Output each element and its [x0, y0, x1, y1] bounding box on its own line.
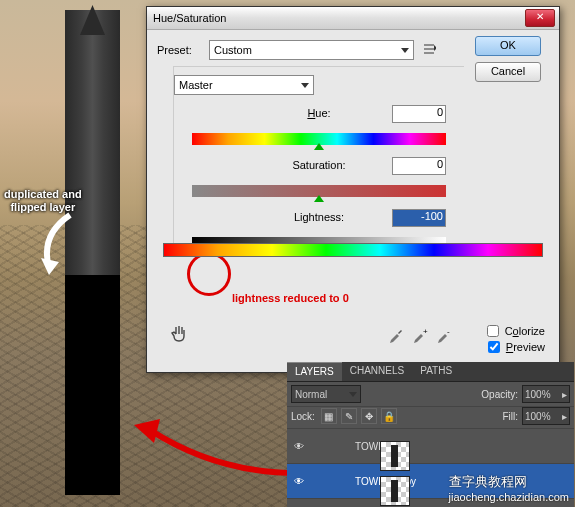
- preset-value: Custom: [214, 44, 252, 56]
- opacity-value: 100%: [525, 389, 551, 400]
- cancel-button[interactable]: Cancel: [475, 62, 541, 82]
- chevron-right-icon: ▸: [562, 389, 567, 400]
- visibility-eye-icon[interactable]: 👁: [287, 476, 311, 487]
- eyedropper-icon[interactable]: [387, 326, 405, 344]
- colorize-check-input[interactable]: [487, 325, 499, 337]
- chevron-down-icon: [349, 392, 357, 397]
- preview-label: Preview: [506, 341, 545, 353]
- lightness-annotation: lightness reduced to 0: [232, 292, 349, 304]
- slider-thumb-icon[interactable]: [314, 143, 324, 150]
- lock-transparency-icon[interactable]: ▦: [321, 408, 337, 424]
- anno-line1: duplicated and: [4, 188, 82, 200]
- preview-check-input[interactable]: [488, 341, 500, 353]
- chevron-right-icon: ▸: [562, 411, 567, 422]
- opacity-label: Opacity:: [481, 389, 518, 400]
- eyedropper-add-icon[interactable]: +: [411, 326, 429, 344]
- chevron-down-icon: [301, 83, 309, 88]
- ok-button[interactable]: OK: [475, 36, 541, 56]
- preset-label: Preset:: [157, 44, 209, 56]
- lock-position-icon[interactable]: ✥: [361, 408, 377, 424]
- tab-channels[interactable]: CHANNELS: [342, 362, 412, 381]
- lock-label: Lock:: [291, 411, 317, 422]
- close-button[interactable]: ✕: [525, 9, 555, 27]
- saturation-slider[interactable]: [192, 185, 446, 197]
- dialog-titlebar[interactable]: Hue/Saturation ✕: [147, 7, 559, 30]
- fill-input[interactable]: 100%▸: [522, 407, 570, 425]
- arrow-curved-icon: [35, 210, 75, 280]
- saturation-input[interactable]: 0: [392, 157, 446, 175]
- lightness-input[interactable]: -100: [392, 209, 446, 227]
- channel-value: Master: [179, 79, 213, 91]
- channel-dropdown[interactable]: Master: [174, 75, 314, 95]
- tab-layers[interactable]: LAYERS: [287, 362, 342, 381]
- preview-checkbox[interactable]: Preview: [484, 338, 545, 356]
- lock-pixels-icon[interactable]: ✎: [341, 408, 357, 424]
- watermark-cn: 查字典教程网: [449, 473, 569, 491]
- layer-row[interactable]: 👁 TOWER: [287, 429, 574, 464]
- fill-value: 100%: [525, 411, 551, 422]
- hue-input[interactable]: 0: [392, 105, 446, 123]
- eyedropper-subtract-icon[interactable]: -: [435, 326, 453, 344]
- watermark-url: jiaocheng.chazidian.com: [449, 491, 569, 503]
- hue-slider[interactable]: [192, 133, 446, 145]
- blend-mode-dropdown[interactable]: Normal: [291, 385, 361, 403]
- visibility-eye-icon[interactable]: 👁: [287, 441, 311, 452]
- lock-all-icon[interactable]: 🔒: [381, 408, 397, 424]
- preset-dropdown[interactable]: Custom: [209, 40, 414, 60]
- layer-thumbnail[interactable]: [380, 476, 410, 506]
- opacity-input[interactable]: 100%▸: [522, 385, 570, 403]
- hue-saturation-dialog: Hue/Saturation ✕ Preset: Custom OK Cance…: [146, 6, 560, 373]
- hand-tool-icon[interactable]: [169, 324, 189, 344]
- fill-label: Fill:: [502, 411, 518, 422]
- dialog-title: Hue/Saturation: [153, 12, 226, 24]
- slider-thumb-icon[interactable]: [314, 195, 324, 202]
- svg-text:+: +: [423, 327, 428, 336]
- hue-range-strip: [163, 243, 543, 257]
- preset-menu-icon[interactable]: [420, 44, 440, 56]
- circle-annotation: [187, 252, 231, 296]
- layer-thumbnail[interactable]: [380, 441, 410, 471]
- chevron-down-icon: [401, 48, 409, 53]
- blend-mode-value: Normal: [295, 389, 327, 400]
- tower-shadow-flipped: [65, 275, 120, 495]
- colorize-label: Colorize: [505, 325, 545, 337]
- watermark: 查字典教程网 jiaocheng.chazidian.com: [449, 473, 569, 503]
- arrow-red-icon: [130, 415, 310, 485]
- tab-paths[interactable]: PATHS: [412, 362, 460, 381]
- svg-text:-: -: [447, 327, 450, 336]
